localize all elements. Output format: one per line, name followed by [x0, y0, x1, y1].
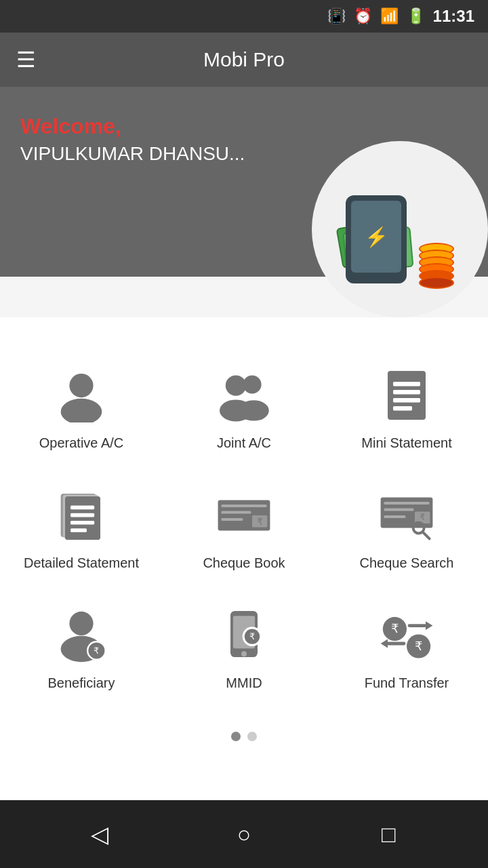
person-rupee-icon: ₹ [51, 605, 112, 666]
menu-label-cheque-book: Cheque Book [203, 555, 285, 571]
page-indicators [0, 718, 488, 755]
svg-rect-9 [393, 398, 420, 402]
transfer-icon: ₹ ₹ [376, 605, 437, 666]
hero-section: Welcome, VIPULKUMAR DHANSU... ⚡ [0, 87, 488, 277]
svg-text:₹: ₹ [249, 631, 255, 642]
svg-rect-10 [393, 406, 412, 410]
vibrate-icon: 📳 [327, 7, 346, 25]
coin-stack-icon [419, 243, 454, 283]
cheque-search-icon: ₹ [376, 485, 437, 546]
svg-rect-21 [221, 511, 251, 514]
svg-rect-7 [393, 382, 420, 386]
cheque-icon: ₹ [214, 485, 274, 546]
app-title: Mobi Pro [203, 48, 285, 71]
svg-rect-18 [70, 528, 87, 532]
svg-point-33 [69, 612, 93, 635]
document-stack-icon [51, 485, 112, 546]
people-icon [214, 365, 274, 426]
svg-rect-26 [384, 502, 429, 505]
phone-rupee-icon: ₹ [214, 605, 274, 666]
svg-marker-49 [381, 639, 388, 648]
menu-item-fund-transfer[interactable]: ₹ ₹ Fund Transfer [325, 585, 488, 705]
menu-item-detailed-statement[interactable]: Detailed Statement [0, 465, 163, 585]
svg-marker-47 [426, 621, 432, 630]
hero-welcome: Welcome, [20, 114, 468, 139]
svg-rect-20 [221, 505, 266, 507]
svg-point-40 [241, 651, 247, 656]
menu-item-beneficiary[interactable]: ₹ Beneficiary [0, 585, 163, 705]
bottom-nav: ◁ ○ □ [0, 800, 488, 868]
document-icon [376, 365, 437, 426]
phone-icon: ⚡ [346, 195, 407, 283]
menu-item-mmid[interactable]: ₹ MMID [163, 585, 325, 705]
menu-item-joint-ac[interactable]: Joint A/C [163, 344, 325, 465]
menu-label-beneficiary: Beneficiary [48, 675, 115, 691]
svg-text:₹: ₹ [94, 646, 99, 656]
alarm-icon: ⏰ [354, 7, 372, 25]
content-area: Operative A/C Joint A/C [0, 317, 488, 800]
menu-item-cheque-book[interactable]: ₹ Cheque Book [163, 465, 325, 585]
svg-point-5 [239, 400, 269, 420]
menu-item-cheque-search[interactable]: ₹ Cheque Search [325, 465, 488, 585]
svg-text:₹: ₹ [415, 639, 422, 653]
recent-button[interactable]: □ [368, 814, 409, 854]
svg-rect-28 [384, 515, 405, 518]
menu-item-operative-ac[interactable]: Operative A/C [0, 344, 163, 465]
svg-line-32 [423, 532, 430, 539]
svg-rect-16 [70, 513, 94, 517]
menu-label-detailed-statement: Detailed Statement [24, 555, 139, 571]
page-dot-2[interactable] [247, 732, 257, 741]
svg-point-4 [243, 375, 261, 393]
menu-label-cheque-search: Cheque Search [360, 555, 454, 571]
hero-illustration: ⚡ [312, 141, 488, 317]
svg-point-1 [61, 399, 102, 422]
svg-text:₹: ₹ [391, 622, 399, 635]
menu-label-mmid: MMID [226, 675, 262, 691]
svg-rect-6 [388, 371, 426, 420]
menu-label-operative-ac: Operative A/C [39, 435, 124, 451]
clock: 11:31 [433, 7, 474, 26]
svg-rect-8 [393, 390, 420, 394]
app-bar: ☰ Mobi Pro [0, 33, 488, 87]
status-bar: 📳 ⏰ 📶 🔋 11:31 [0, 0, 488, 33]
menu-grid: Operative A/C Joint A/C [0, 331, 488, 718]
svg-text:₹: ₹ [257, 516, 263, 527]
svg-rect-15 [70, 506, 94, 510]
page-dot-1[interactable] [231, 732, 241, 741]
back-button[interactable]: ◁ [79, 814, 120, 854]
menu-button[interactable]: ☰ [16, 49, 36, 71]
person-icon [51, 365, 112, 426]
menu-label-mini-statement: Mini Statement [361, 435, 451, 451]
svg-rect-17 [70, 521, 94, 525]
svg-rect-14 [65, 496, 100, 540]
home-button[interactable]: ○ [224, 814, 264, 854]
menu-item-mini-statement[interactable]: Mini Statement [325, 344, 488, 465]
svg-rect-27 [384, 509, 413, 511]
svg-text:₹: ₹ [420, 512, 425, 522]
menu-label-fund-transfer: Fund Transfer [365, 675, 449, 691]
signal-icon: 📶 [380, 7, 399, 25]
battery-icon: 🔋 [407, 7, 425, 25]
svg-rect-22 [221, 518, 243, 521]
bolt-icon: ⚡ [365, 226, 388, 248]
menu-label-joint-ac: Joint A/C [217, 435, 271, 451]
svg-point-0 [69, 374, 93, 397]
